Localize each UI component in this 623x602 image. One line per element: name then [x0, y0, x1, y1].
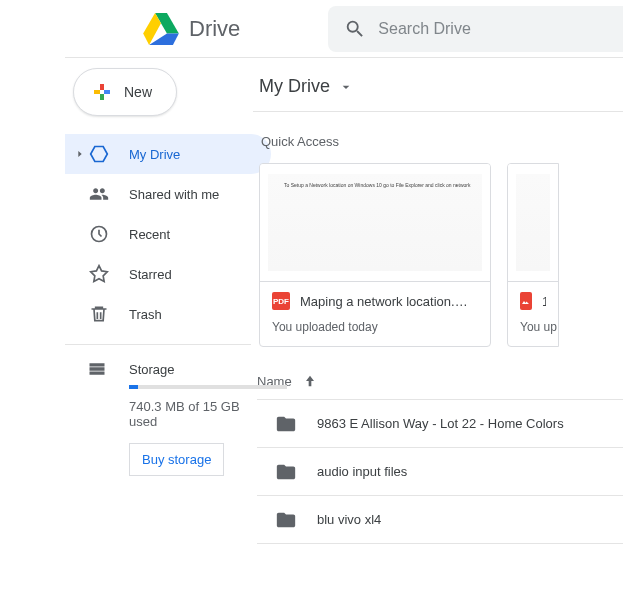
sidebar-item-label: My Drive [129, 147, 180, 162]
breadcrumb[interactable]: My Drive [253, 76, 623, 112]
sidebar: New My Drive Shared with me [0, 58, 251, 544]
sidebar-item-shared[interactable]: Shared with me [65, 174, 271, 214]
shared-icon [87, 184, 111, 204]
sidebar-item-storage[interactable]: Storage [65, 359, 251, 379]
caret-right-icon [75, 149, 87, 159]
chevron-down-icon [338, 79, 354, 95]
plus-icon [90, 80, 114, 104]
quick-access-title: Quick Access [261, 134, 623, 149]
folder-icon [275, 509, 299, 531]
sidebar-item-my-drive[interactable]: My Drive [65, 134, 271, 174]
my-drive-icon [87, 144, 111, 164]
folder-icon [275, 413, 299, 435]
file-name: audio input files [317, 464, 407, 479]
sidebar-item-label: Starred [129, 267, 172, 282]
recent-icon [87, 224, 111, 244]
search-input[interactable] [378, 20, 607, 38]
sidebar-item-recent[interactable]: Recent [65, 214, 271, 254]
quick-access-thumbnail [508, 164, 558, 282]
file-row[interactable]: audio input files [257, 448, 623, 496]
file-row[interactable]: blu vivo xl4 [257, 496, 623, 544]
divider [65, 344, 251, 345]
buy-storage-button[interactable]: Buy storage [129, 443, 224, 476]
file-list-header[interactable]: Name [257, 373, 623, 400]
quick-access-card[interactable]: To Setup a Network location on Windows 1… [259, 163, 491, 347]
sidebar-item-trash[interactable]: Trash [65, 294, 271, 334]
sidebar-item-starred[interactable]: Starred [65, 254, 271, 294]
breadcrumb-title: My Drive [259, 76, 330, 97]
file-name: 9863 E Allison Way - Lot 22 - Home Color… [317, 416, 564, 431]
pdf-icon: PDF [272, 292, 290, 310]
topbar: Drive [65, 0, 623, 58]
storage-usage-text: 740.3 MB of 15 GB used [129, 399, 251, 429]
search-icon [344, 18, 366, 40]
search-bar[interactable] [328, 6, 623, 52]
quick-access-filename: 1. [542, 294, 546, 309]
storage-bar [129, 385, 287, 389]
quick-access-subtitle: You up [520, 320, 546, 334]
sidebar-item-label: Recent [129, 227, 170, 242]
folder-icon [275, 461, 299, 483]
drive-logo[interactable]: Drive [143, 13, 240, 45]
storage-label: Storage [129, 362, 175, 377]
quick-access-card[interactable]: 1. You up [507, 163, 559, 347]
new-button[interactable]: New [73, 68, 177, 116]
new-button-label: New [124, 84, 152, 100]
app-name: Drive [189, 16, 240, 42]
sidebar-item-label: Trash [129, 307, 162, 322]
storage-icon [87, 359, 111, 379]
drive-logo-icon [143, 13, 179, 45]
file-row[interactable]: 9863 E Allison Way - Lot 22 - Home Color… [257, 400, 623, 448]
starred-icon [87, 264, 111, 284]
sort-ascending-icon [302, 373, 318, 389]
trash-icon [87, 304, 111, 324]
quick-access-thumbnail: To Setup a Network location on Windows 1… [260, 164, 490, 282]
file-name: blu vivo xl4 [317, 512, 381, 527]
storage-bar-fill [129, 385, 138, 389]
quick-access-filename: Maping a network location.… [300, 294, 468, 309]
sidebar-item-label: Shared with me [129, 187, 219, 202]
image-icon [520, 292, 532, 310]
quick-access-subtitle: You uploaded today [272, 320, 478, 334]
